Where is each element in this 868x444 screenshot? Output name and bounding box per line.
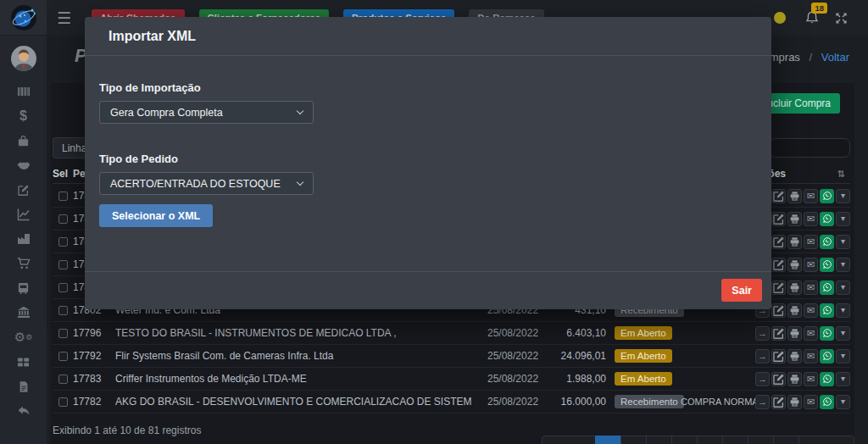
page-button-4[interactable]: 4 [671, 436, 698, 444]
row-action-caret-down-button[interactable]: ▾ [836, 189, 850, 203]
row-action-whatsapp-button[interactable] [820, 372, 834, 386]
sidebar-item-dollar[interactable]: $ [0, 109, 47, 123]
row-action-whatsapp-button[interactable] [820, 395, 834, 409]
row-action-caret-down-button[interactable]: ▾ [836, 212, 850, 226]
page-button-5[interactable]: 5 [697, 436, 723, 444]
row-checkbox[interactable] [58, 329, 68, 338]
row-action-caret-down-button[interactable]: ▾ [836, 303, 850, 318]
row-action-whatsapp-button[interactable] [820, 212, 834, 226]
search-input[interactable] [770, 138, 850, 158]
row-checkbox[interactable] [58, 237, 68, 247]
row-action-print-button[interactable] [787, 326, 802, 341]
row-action-print-button[interactable] [787, 349, 802, 364]
menu-toggle-icon[interactable]: ☰ [57, 8, 71, 28]
sidebar-item-cart[interactable] [0, 257, 47, 270]
row-action-mail-button[interactable]: ✉ [804, 212, 818, 226]
sidebar-item-handshake[interactable] [0, 158, 47, 172]
row-action-mail-button[interactable]: ✉ [804, 189, 818, 203]
row-action-edit-button[interactable] [771, 395, 786, 409]
sort-icon[interactable]: ⇅ [837, 168, 845, 180]
row-action-edit-button[interactable] [771, 258, 786, 272]
row-action-mail-button[interactable]: ✉ [804, 235, 818, 249]
row-action-edit-button[interactable] [771, 280, 786, 295]
row-action-print-button[interactable] [787, 372, 802, 386]
row-action-caret-down-button[interactable]: ▾ [836, 258, 850, 272]
breadcrumb-back-link[interactable]: Voltar [821, 51, 849, 64]
row-action-edit-button[interactable] [771, 372, 786, 386]
row-action-mail-button[interactable]: ✉ [804, 395, 818, 409]
import-type-select[interactable]: Gera Compra Completa [99, 101, 314, 124]
row-action-arrow-right-button[interactable]: → [755, 326, 770, 341]
row-action-print-button[interactable] [787, 395, 802, 409]
row-action-print-button[interactable] [787, 258, 802, 272]
select-xml-button[interactable]: Selecionar o XML [99, 204, 213, 227]
row-action-whatsapp-button[interactable] [820, 235, 834, 249]
page-button-7[interactable]: 7 [748, 436, 774, 444]
row-action-caret-down-button[interactable]: ▾ [836, 349, 850, 364]
sidebar-item-chart-line[interactable] [0, 208, 47, 221]
sidebar-item-edit[interactable] [0, 183, 47, 197]
row-action-mail-button[interactable]: ✉ [804, 372, 818, 386]
page-button-2[interactable]: 2 [620, 436, 647, 444]
sidebar-item-undo[interactable] [0, 404, 47, 418]
sidebar-item-barcode[interactable] [0, 85, 47, 98]
row-action-whatsapp-button[interactable] [820, 280, 834, 295]
row-action-print-button[interactable] [787, 280, 802, 295]
row-checkbox[interactable] [58, 283, 68, 292]
row-checkbox[interactable] [58, 397, 68, 407]
row-checkbox[interactable] [58, 306, 68, 315]
row-action-mail-button[interactable]: ✉ [804, 326, 818, 341]
app-logo[interactable] [0, 0, 47, 36]
row-action-whatsapp-button[interactable] [820, 189, 834, 203]
row-action-print-button[interactable] [787, 303, 802, 318]
row-checkbox[interactable] [58, 191, 68, 201]
row-action-edit-button[interactable] [771, 326, 786, 341]
page-button-Anterior[interactable]: Anterior [542, 436, 596, 444]
row-action-mail-button[interactable]: ✉ [804, 349, 818, 364]
page-button-1[interactable]: 1 [595, 436, 621, 444]
row-action-caret-down-button[interactable]: ▾ [836, 372, 850, 386]
row-checkbox[interactable] [58, 375, 68, 384]
page-button-Próximo[interactable]: Próximo [798, 436, 854, 444]
page-button-8[interactable]: 8 [773, 436, 799, 444]
row-checkbox[interactable] [58, 214, 68, 224]
row-action-edit-button[interactable] [771, 303, 786, 318]
row-action-arrow-right-button[interactable]: → [755, 395, 770, 409]
sidebar-item-gears[interactable]: ⚙⚙ [0, 330, 47, 344]
row-action-caret-down-button[interactable]: ▾ [836, 395, 850, 409]
row-action-caret-down-button[interactable]: ▾ [836, 235, 850, 249]
page-button-6[interactable]: 6 [722, 436, 748, 444]
sidebar-item-factory[interactable] [0, 232, 47, 246]
sidebar-item-grid[interactable] [0, 355, 47, 369]
sidebar-item-file[interactable] [0, 380, 47, 393]
row-action-whatsapp-button[interactable] [820, 258, 834, 272]
exit-button[interactable]: Sair [721, 279, 762, 302]
row-action-print-button[interactable] [787, 235, 802, 249]
row-action-caret-down-button[interactable]: ▾ [836, 326, 850, 341]
row-action-mail-button[interactable]: ✉ [804, 258, 818, 272]
row-action-arrow-right-button[interactable]: → [755, 349, 770, 364]
sidebar-item-bag[interactable] [0, 134, 47, 147]
row-action-mail-button[interactable]: ✉ [804, 280, 818, 295]
page-button-3[interactable]: 3 [646, 436, 672, 444]
fullscreen-button[interactable] [835, 12, 848, 25]
row-action-edit-button[interactable] [771, 349, 786, 364]
row-action-mail-button[interactable]: ✉ [804, 303, 818, 318]
row-action-edit-button[interactable] [771, 212, 786, 226]
row-action-whatsapp-button[interactable] [820, 326, 834, 341]
row-action-print-button[interactable] [787, 212, 802, 226]
sidebar-item-bank[interactable] [0, 306, 47, 319]
row-action-edit-button[interactable] [771, 189, 786, 203]
row-action-whatsapp-button[interactable] [820, 303, 834, 318]
row-checkbox[interactable] [58, 260, 68, 269]
row-action-arrow-right-button[interactable]: → [755, 372, 770, 386]
order-type-select[interactable]: ACERTO/ENTRADA DO ESTOQUE [99, 172, 314, 195]
row-action-caret-down-button[interactable]: ▾ [836, 280, 850, 295]
sidebar-item-bus[interactable] [0, 281, 47, 295]
row-action-print-button[interactable] [787, 189, 802, 203]
row-action-whatsapp-button[interactable] [820, 349, 834, 364]
notifications-button[interactable]: 18 [804, 10, 820, 25]
row-checkbox[interactable] [58, 352, 68, 361]
user-avatar[interactable] [0, 39, 47, 78]
row-action-edit-button[interactable] [771, 235, 786, 249]
